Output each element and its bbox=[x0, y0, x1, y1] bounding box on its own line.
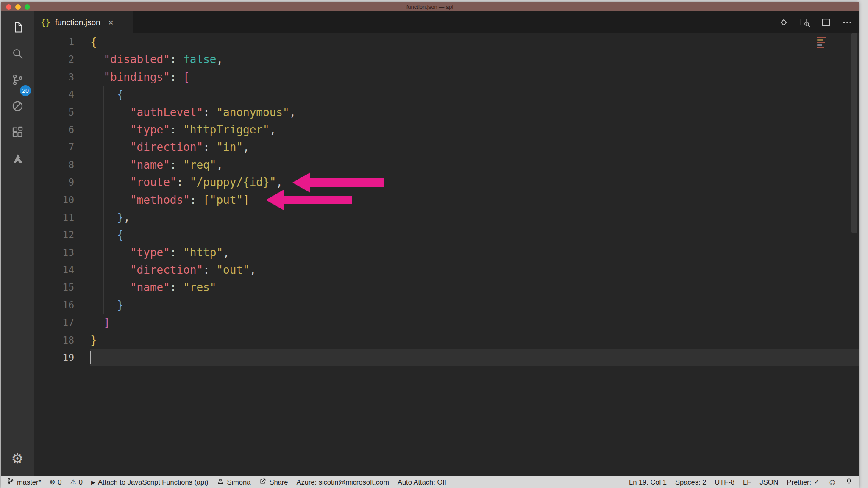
close-tab-icon[interactable]: × bbox=[108, 17, 114, 28]
code-line-10[interactable]: 10 "methods": ["put"] bbox=[34, 191, 859, 209]
sidebar-item-search[interactable] bbox=[1, 41, 34, 67]
code-line-7[interactable]: 7 "direction": "in", bbox=[34, 139, 859, 156]
debug-attach-status[interactable]: ▶Attach to JavaScript Functions (api) bbox=[91, 478, 208, 486]
feedback-status[interactable]: ☺ bbox=[828, 478, 837, 486]
status-label: Ln 19, Col 1 bbox=[629, 478, 667, 486]
open-preview-button[interactable] bbox=[799, 17, 810, 28]
diamond-button[interactable] bbox=[778, 17, 789, 28]
branch-status[interactable]: master* bbox=[7, 477, 41, 487]
code-line-12[interactable]: 12 { bbox=[34, 226, 859, 244]
line-number[interactable]: 10 bbox=[34, 191, 90, 209]
code-line-5[interactable]: 5 "authLevel": "anonymous", bbox=[34, 104, 859, 121]
line-content[interactable]: { bbox=[90, 86, 859, 103]
error-icon: ⊗ bbox=[50, 479, 55, 485]
line-content[interactable]: } bbox=[90, 332, 859, 349]
titlebar: function.json — api bbox=[1, 2, 859, 11]
line-content[interactable]: ] bbox=[90, 314, 859, 331]
tab-function-json[interactable]: {} function.json × bbox=[34, 11, 133, 33]
line-number[interactable]: 6 bbox=[34, 121, 90, 139]
errors-status[interactable]: ⊗0 bbox=[50, 478, 62, 486]
editor-scrollbar[interactable] bbox=[851, 33, 857, 233]
line-content[interactable]: "methods": ["put"] bbox=[90, 191, 859, 209]
code-line-8[interactable]: 8 "name": "req", bbox=[34, 156, 859, 174]
sidebar-item-debug[interactable] bbox=[1, 94, 34, 120]
code-line-17[interactable]: 17 ] bbox=[34, 314, 859, 331]
line-number[interactable]: 4 bbox=[34, 86, 90, 103]
line-content[interactable]: "bindings": [ bbox=[90, 69, 859, 86]
line-number[interactable]: 19 bbox=[34, 349, 90, 366]
sidebar-item-azure[interactable] bbox=[1, 146, 34, 172]
code-line-9[interactable]: 9 "route": "/puppy/{id}", bbox=[34, 174, 859, 191]
close-window-button[interactable] bbox=[6, 4, 11, 10]
cursor-position-status[interactable]: Ln 19, Col 1 bbox=[629, 478, 667, 486]
more-actions-button[interactable] bbox=[842, 17, 853, 28]
line-content[interactable]: "type": "httpTrigger", bbox=[90, 121, 859, 139]
code-line-1[interactable]: 1{ bbox=[34, 33, 859, 51]
line-content[interactable]: "route": "/puppy/{id}", bbox=[90, 174, 859, 191]
code-line-11[interactable]: 11 }, bbox=[34, 209, 859, 226]
line-number[interactable]: 7 bbox=[34, 139, 90, 156]
prettier-status[interactable]: Prettier:✓ bbox=[787, 478, 819, 486]
line-number[interactable]: 5 bbox=[34, 104, 90, 121]
code-line-18[interactable]: 18} bbox=[34, 332, 859, 349]
auto-attach-status[interactable]: Auto Attach: Off bbox=[398, 478, 446, 486]
line-number[interactable]: 9 bbox=[34, 174, 90, 191]
line-content[interactable]: { bbox=[90, 33, 859, 51]
line-number[interactable]: 8 bbox=[34, 156, 90, 174]
sidebar-item-explorer[interactable] bbox=[1, 15, 34, 41]
azure-account-status[interactable]: Azure: sicotin@microsoft.com bbox=[296, 478, 389, 486]
notifications-status[interactable] bbox=[845, 477, 853, 487]
line-content[interactable]: { bbox=[90, 226, 859, 244]
code-line-2[interactable]: 2 "disabled": false, bbox=[34, 51, 859, 68]
code-line-6[interactable]: 6 "type": "httpTrigger", bbox=[34, 121, 859, 139]
line-content[interactable]: } bbox=[90, 297, 859, 314]
line-number[interactable]: 12 bbox=[34, 226, 90, 244]
sidebar-item-extensions[interactable] bbox=[1, 120, 34, 146]
language-mode-status[interactable]: JSON bbox=[760, 478, 778, 486]
code-line-3[interactable]: 3 "bindings": [ bbox=[34, 69, 859, 86]
code-line-14[interactable]: 14 "direction": "out", bbox=[34, 261, 859, 279]
split-editor-button[interactable] bbox=[821, 17, 832, 28]
line-content[interactable]: "direction": "in", bbox=[90, 139, 859, 156]
preview-icon bbox=[799, 22, 810, 29]
line-number[interactable]: 17 bbox=[34, 314, 90, 331]
encoding-status[interactable]: UTF-8 bbox=[715, 478, 734, 486]
code-line-4[interactable]: 4 { bbox=[34, 86, 859, 103]
editor[interactable]: 1{2 "disabled": false,3 "bindings": [4 {… bbox=[34, 33, 859, 476]
minimize-window-button[interactable] bbox=[15, 4, 21, 10]
line-content[interactable]: "name": "req", bbox=[90, 156, 859, 174]
warnings-status[interactable]: ⚠0 bbox=[70, 478, 83, 486]
eol-status[interactable]: LF bbox=[743, 478, 751, 486]
line-content[interactable]: "type": "http", bbox=[90, 244, 859, 261]
line-content[interactable]: "disabled": false, bbox=[90, 51, 859, 68]
status-label: Simona bbox=[227, 478, 250, 486]
sidebar-item-settings[interactable]: ⚙ bbox=[1, 445, 34, 471]
line-content[interactable]: "authLevel": "anonymous", bbox=[90, 104, 859, 121]
code-line-19[interactable]: 19 bbox=[34, 349, 859, 366]
status-label: Prettier: bbox=[787, 478, 811, 486]
code-line-13[interactable]: 13 "type": "http", bbox=[34, 244, 859, 261]
line-number[interactable]: 2 bbox=[34, 51, 90, 68]
line-number[interactable]: 14 bbox=[34, 261, 90, 279]
code-line-15[interactable]: 15 "name": "res" bbox=[34, 279, 859, 296]
sidebar-item-source-control[interactable]: 20 bbox=[1, 67, 34, 94]
line-content[interactable]: "direction": "out", bbox=[90, 261, 859, 279]
line-content[interactable] bbox=[90, 349, 859, 366]
line-content[interactable]: }, bbox=[90, 209, 859, 226]
extensions-icon bbox=[11, 126, 24, 141]
share-status[interactable]: Share bbox=[259, 477, 288, 487]
tab-label: function.json bbox=[55, 18, 100, 27]
line-number[interactable]: 15 bbox=[34, 279, 90, 296]
line-number[interactable]: 16 bbox=[34, 297, 90, 314]
account-status[interactable]: Simona bbox=[217, 477, 250, 487]
line-number[interactable]: 1 bbox=[34, 33, 90, 51]
line-number[interactable]: 18 bbox=[34, 332, 90, 349]
line-number[interactable]: 3 bbox=[34, 69, 90, 86]
line-number[interactable]: 13 bbox=[34, 244, 90, 261]
indentation-status[interactable]: Spaces: 2 bbox=[675, 478, 706, 486]
zoom-window-button[interactable] bbox=[25, 4, 30, 10]
code-line-16[interactable]: 16 } bbox=[34, 297, 859, 314]
line-content[interactable]: "name": "res" bbox=[90, 279, 859, 296]
line-number[interactable]: 11 bbox=[34, 209, 90, 226]
minimap[interactable] bbox=[817, 37, 826, 48]
